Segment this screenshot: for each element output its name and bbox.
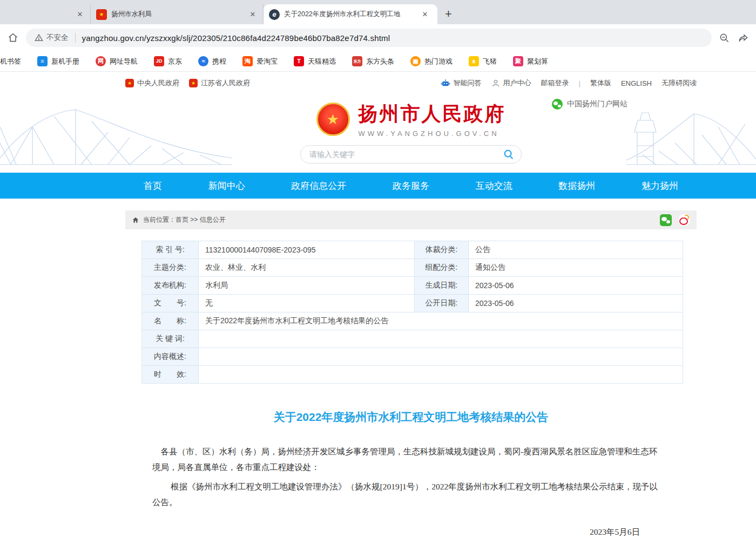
table-row: 索 引 号: 11321000014407098E-2023-095 体裁分类:…	[142, 241, 683, 259]
tab-title: 扬州市水利局	[111, 10, 244, 19]
bookmarks-bar: 机书签 ≡ 新机手册 网 网址导航 JD 京东 ≈ 携程 淘 爱淘宝 T 天猫精…	[0, 51, 756, 72]
site-nav-icon: 网	[96, 56, 106, 66]
bookmark-phone-bookmarks[interactable]: 机书签	[0, 57, 21, 66]
issuer-value: 水利局	[199, 277, 415, 295]
bookmark-tmall[interactable]: T 天猫精选	[294, 56, 336, 66]
nav-charm-yangzhou[interactable]: 魅力扬州	[642, 180, 678, 192]
eastday-icon: 东方	[352, 56, 362, 66]
national-emblem-icon: ★	[316, 103, 350, 136]
gov-emblem-icon: ★	[189, 79, 198, 87]
summary-value	[199, 348, 683, 366]
publish-date-value: 2023-05-06	[469, 295, 683, 312]
url-omnibox[interactable]: 不安全 yangzhou.gov.cn/yzszxxgk/slj/202305/…	[26, 29, 712, 47]
doc-title-value: 关于2022年度扬州市水利工程文明工地考核结果的公告	[199, 312, 683, 330]
nav-gov-services[interactable]: 政务服务	[393, 180, 429, 192]
bookmark-juhuasuan[interactable]: 聚 聚划算	[513, 56, 548, 66]
bookmark-hot-games[interactable]: ▣ 热门游戏	[410, 56, 453, 66]
content-column: 当前位置：首页 >> 信息公开 索 引 号: 11321000014407098…	[125, 210, 697, 538]
tab-close-icon[interactable]: ✕	[248, 10, 258, 19]
site-header: ★ 扬州市人民政府 WWW.YANGZHOU.GOV.CN 中国扬州门户网站	[0, 94, 756, 173]
ctrip-icon: ≈	[198, 56, 208, 66]
table-row: 文 号: 无 公开日期: 2023-05-06	[142, 295, 683, 312]
gov-emblem-favicon: ★	[96, 9, 107, 20]
share-icon[interactable]	[738, 33, 748, 43]
link-mail-login[interactable]: 邮箱登录	[541, 78, 569, 88]
bookmark-eastday[interactable]: 东方 东方头条	[352, 56, 394, 66]
keywords-value	[199, 330, 683, 348]
nav-news-center[interactable]: 新闻中心	[208, 180, 245, 192]
site-search-box	[300, 145, 522, 164]
new-tab-button[interactable]: +	[445, 7, 452, 21]
search-input[interactable]	[309, 150, 503, 159]
index-number-value: 11321000014407098E-2023-095	[199, 241, 415, 259]
bookmark-jd[interactable]: JD 京东	[154, 56, 182, 66]
category-value: 通知公告	[469, 259, 683, 277]
table-row: 内容概述:	[142, 348, 683, 366]
tab-close-icon[interactable]: ✕	[420, 10, 430, 19]
table-row: 时 效:	[142, 366, 683, 384]
gov-emblem-icon: ★	[125, 79, 134, 87]
robot-icon	[441, 78, 450, 88]
zoom-out-icon[interactable]	[719, 33, 730, 43]
bookmark-site-nav[interactable]: 网 网址导航	[96, 56, 138, 66]
link-english[interactable]: ENGLISH	[621, 79, 652, 87]
genre-value: 公告	[469, 241, 683, 259]
table-row: 主题分类: 农业、林业、水利 组配分类: 通知公告	[142, 259, 683, 277]
bookmark-ctrip[interactable]: ≈ 携程	[198, 56, 226, 66]
nav-home[interactable]: 首页	[144, 180, 162, 192]
gov-top-strip: ★ 中央人民政府 ★ 江苏省人民政府 智能问答 用户中心 邮箱登录	[0, 72, 756, 94]
nav-gov-info-disclosure[interactable]: 政府信息公开	[291, 180, 346, 192]
tab-cutoff[interactable]: ✕	[0, 4, 91, 24]
tab-active-announcement[interactable]: e 关于2022年度扬州市水利工程文明工地 ✕	[264, 4, 437, 24]
share-wechat-icon[interactable]	[660, 214, 672, 226]
doc-number-value: 无	[199, 295, 415, 312]
article-title: 关于2022年度扬州市水利工程文明工地考核结果的公告	[125, 410, 697, 425]
breadcrumb-home-icon[interactable]	[132, 216, 139, 224]
link-central-gov[interactable]: ★ 中央人民政府	[125, 78, 179, 88]
not-secure-warning-icon[interactable]	[35, 33, 43, 42]
url-text[interactable]: yangzhou.gov.cn/yzszxxgk/slj/202305/210c…	[82, 33, 390, 43]
share-weibo-icon[interactable]	[678, 214, 690, 226]
browser-tab-strip: ✕ ★ 扬州市水利局 ✕ e 关于2022年度扬州市水利工程文明工地 ✕ +	[0, 0, 756, 24]
main-navigation: 首页 新闻中心 政府信息公开 政务服务 互动交流 数据扬州 魅力扬州	[0, 173, 756, 199]
bookmark-manual[interactable]: ≡ 新机手册	[37, 56, 79, 66]
portal-link[interactable]: 中国扬州门户网站	[552, 99, 627, 110]
security-label[interactable]: 不安全	[46, 33, 69, 43]
tab-title: 关于2022年度扬州市水利工程文明工地	[284, 10, 416, 19]
article-paragraph: 根据《扬州市水利工程文明工地建设管理办法》（扬水规[2019]1号），2022年…	[125, 479, 697, 510]
article-paragraph: 各县（市、区）水利（务）局，扬州经济开发区城乡事务管理局，生态科技新城规划建设局…	[125, 444, 697, 475]
divider: |	[579, 79, 580, 87]
document-meta-table: 索 引 号: 11321000014407098E-2023-095 体裁分类:…	[141, 241, 683, 384]
address-bar: 不安全 yangzhou.gov.cn/yzszxxgk/slj/202305/…	[0, 24, 756, 51]
article-body: 关于2022年度扬州市水利工程文明工地考核结果的公告 各县（市、区）水利（务）局…	[125, 410, 697, 538]
validity-value	[199, 366, 683, 384]
table-row: 发布机构: 水利局 生成日期: 2023-05-06	[142, 277, 683, 295]
juhuasuan-icon: 聚	[513, 56, 523, 66]
search-icon[interactable]	[503, 148, 515, 160]
topic-value: 农业、林业、水利	[199, 259, 415, 277]
nav-interaction[interactable]: 互动交流	[476, 180, 512, 192]
tab-close-icon[interactable]: ✕	[75, 10, 85, 19]
link-accessibility[interactable]: 无障碍阅读	[662, 78, 697, 88]
bookmark-fliggy[interactable]: ᴥ 飞猪	[469, 56, 497, 66]
home-icon[interactable]	[8, 32, 18, 43]
omnibox-divider	[75, 33, 76, 43]
link-traditional-chinese[interactable]: 繁体版	[590, 78, 611, 88]
taobao-icon: 淘	[242, 56, 253, 66]
jd-icon: JD	[154, 56, 164, 66]
games-icon: ▣	[410, 56, 421, 66]
bookmark-taobao[interactable]: 淘 爱淘宝	[242, 56, 278, 66]
browser-e-favicon: e	[269, 9, 280, 20]
tmall-icon: T	[294, 56, 304, 66]
breadcrumb-text[interactable]: 当前位置：首页 >> 信息公开	[143, 215, 226, 224]
link-jiangsu-gov[interactable]: ★ 江苏省人民政府	[189, 78, 250, 88]
link-smart-qa[interactable]: 智能问答	[441, 78, 482, 88]
manual-icon: ≡	[37, 56, 48, 66]
breadcrumb: 当前位置：首页 >> 信息公开	[125, 210, 697, 229]
create-date-value: 2023-05-06	[469, 277, 683, 295]
article-date: 2023年5月6日	[125, 527, 697, 538]
user-icon	[491, 79, 500, 87]
nav-data-yangzhou[interactable]: 数据扬州	[558, 180, 595, 192]
link-user-center[interactable]: 用户中心	[491, 78, 531, 88]
tab-water-bureau[interactable]: ★ 扬州市水利局 ✕	[91, 4, 264, 24]
